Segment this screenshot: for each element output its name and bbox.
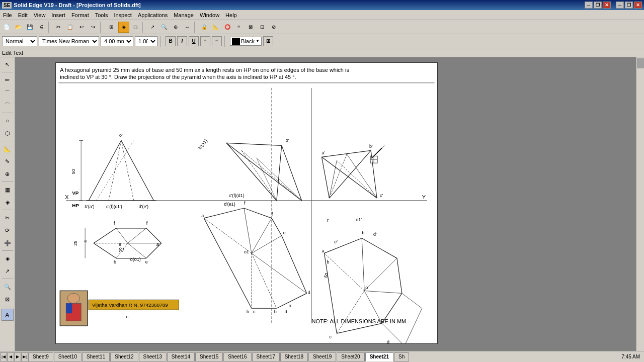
open-button[interactable]: 📂 [13,22,24,33]
tab-sheet10[interactable]: Sheet10 [54,352,82,361]
app-restore-button[interactable]: ❐ [594,2,602,9]
save-button[interactable]: 💾 [24,22,35,33]
draw-line-tool[interactable]: ✏ [2,74,14,86]
tab-sheet20[interactable]: Sheet20 [337,352,364,361]
undo-button[interactable]: ↩ [76,22,87,33]
svg-text:d: d [387,339,389,343]
tab-sheet15[interactable]: Sheet15 [195,352,223,361]
measure-button[interactable]: 📐 [210,22,221,33]
svg-line-61 [128,228,146,243]
grid-button[interactable]: ⊠ [245,22,256,33]
select-tool[interactable]: ↖ [2,58,14,70]
tab-sheet9[interactable]: Sheet9 [28,352,53,361]
menu-format[interactable]: Format [68,11,92,19]
annotation-tool[interactable]: ✎ [2,155,14,167]
print-button[interactable]: 🖨 [36,22,47,33]
app-close-button[interactable]: ✕ [603,2,611,9]
tab-sheet21[interactable]: Sheet21 [365,352,393,361]
view-orient-button[interactable]: ⊞ [105,22,118,33]
style-select[interactable]: Normal [2,36,37,46]
svg-text:b: b [362,230,364,235]
tab-next-button[interactable]: ▶ [14,352,21,361]
tab-sheet14[interactable]: Sheet14 [167,352,195,361]
new-button[interactable]: 📄 [1,22,12,33]
dimension-tool[interactable]: 📐 [2,143,14,155]
scale-tool[interactable]: ➕ [2,237,14,249]
tab-sheet17[interactable]: Sheet17 [252,352,280,361]
font-select[interactable]: Times New Roman [39,36,99,46]
align-center-button[interactable]: ≡ [212,36,222,46]
cursor-button[interactable]: ⊘ [268,22,279,33]
tab-last-button[interactable]: ▶| [21,352,28,361]
menu-view[interactable]: View [31,11,49,19]
select-button[interactable]: ◈ [118,22,129,33]
tab-prev-button[interactable]: ◀ [7,352,14,361]
menu-window[interactable]: Window [197,11,222,19]
size-select[interactable]: 4.00 mm [101,36,133,46]
underline-button[interactable]: U [189,36,199,46]
fill-tool[interactable]: ◈ [2,196,14,208]
tab-sheet-more[interactable]: Sh [394,352,409,361]
color-selector[interactable]: Black ▼ [230,37,262,46]
bold-button[interactable]: B [166,36,176,46]
grid2-button[interactable]: ⊡ [257,22,268,33]
menu-help[interactable]: Help [222,11,240,19]
rotate-tool[interactable]: ⟳ [2,224,14,236]
section-tool[interactable]: ⊠ [2,293,14,305]
detail-view-tool[interactable]: 🔍 [2,281,14,293]
svg-text:f: f [272,212,273,217]
more-format-button[interactable]: ⊞ [263,36,273,46]
rectangle-button[interactable]: ◻ [130,22,141,33]
circle-button[interactable]: ⭕ [222,22,233,33]
center-mark-tool[interactable]: ⊕ [2,168,14,180]
italic-button[interactable]: I [177,36,187,46]
app-minimize-button[interactable]: ─ [585,2,593,9]
3d-view-tool[interactable]: ◈ [2,252,14,264]
text-tool[interactable]: A [2,309,14,321]
doc-minimize-button[interactable]: ─ [616,2,624,9]
svg-line-104 [397,258,402,294]
zoom-area-button[interactable]: ↔ [182,22,193,33]
menu-inspect[interactable]: Inspect [111,11,134,19]
align-left-button[interactable]: ≡ [200,36,210,46]
menu-file[interactable]: File [0,11,15,19]
menu-insert[interactable]: Insert [48,11,68,19]
tab-first-button[interactable]: |◀ [0,352,7,361]
menu-edit[interactable]: Edit [15,11,31,19]
circle-tool[interactable]: ○ [2,115,14,127]
hatch-tool[interactable]: ▦ [2,184,14,196]
color-dropdown-icon[interactable]: ▼ [256,39,260,43]
tab-sheet18[interactable]: Sheet18 [280,352,308,361]
copy-button[interactable]: 📋 [64,22,75,33]
move-tool[interactable]: ✂ [2,212,14,224]
svg-line-81 [277,293,307,308]
menu-applications[interactable]: Applications [135,11,171,19]
equal-button[interactable]: ≡ [233,22,245,33]
cut-button[interactable]: ✂ [53,22,64,33]
lock-button[interactable]: 🔒 [199,22,210,33]
zoom-in-button[interactable]: ⊕ [170,22,181,33]
tab-sheet11[interactable]: Sheet11 [82,352,110,361]
menu-manage[interactable]: Manage [171,11,197,19]
doc-restore-button[interactable]: ❐ [625,2,633,9]
svg-line-63 [128,243,146,258]
svg-text:o: o [407,342,410,343]
arc2-tool[interactable]: ⌒ [2,99,14,111]
tab-sheet12[interactable]: Sheet12 [110,352,138,361]
right-scrollbar[interactable] [636,57,644,351]
arc-tool[interactable]: ⌒ [2,86,14,99]
scrollbar-thumb[interactable] [637,58,644,68]
scale-select[interactable]: 1.00 [135,36,157,46]
doc-close-button[interactable]: ✕ [634,2,642,9]
menu-tools[interactable]: Tools [92,11,111,19]
tab-sheet16[interactable]: Sheet16 [223,352,251,361]
svg-line-28 [277,145,282,201]
view-tool[interactable]: ↗ [2,265,14,277]
redo-button[interactable]: ↪ [88,22,99,33]
lt-sep3 [2,141,13,141]
tab-sheet19[interactable]: Sheet19 [308,352,336,361]
tab-sheet13[interactable]: Sheet13 [139,352,167,361]
zoom-button[interactable]: 🔍 [158,22,170,33]
zoom-fit-button[interactable]: ↗ [147,22,158,33]
ellipse-tool[interactable]: ⬡ [2,127,14,139]
